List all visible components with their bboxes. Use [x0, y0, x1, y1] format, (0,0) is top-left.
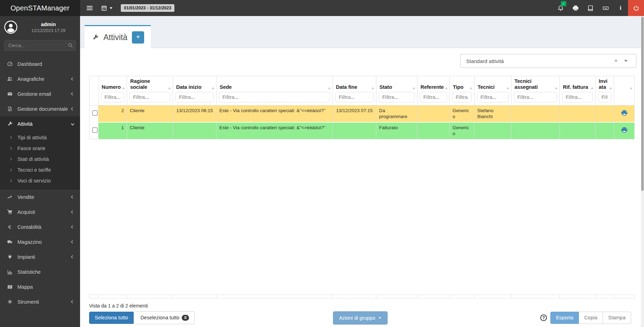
table-row[interactable]: 1 Cliente Este - Via controllo caratteri… — [89, 122, 635, 139]
sidebar-item-label: Attività — [17, 121, 33, 127]
column-label: Data inizio — [176, 84, 211, 90]
help-icon[interactable]: ? — [540, 314, 547, 321]
sidebar-item-label: Vendite — [17, 194, 34, 200]
group-actions-button[interactable]: Azioni di gruppo — [333, 311, 387, 325]
filter-input-numero[interactable] — [101, 92, 124, 102]
keyboard-icon — [602, 5, 609, 11]
sidebar-item-vendite[interactable]: Vendite — [0, 189, 80, 204]
sidebar-item-voci-di-servizio[interactable]: Voci di servizio — [0, 175, 80, 186]
filter-input-data-fine[interactable] — [335, 92, 374, 102]
column-header-tecnici-assegnati[interactable]: Tecnici assegnati — [511, 76, 560, 106]
sidebar-item-acquisti[interactable]: Acquisti — [0, 204, 80, 219]
column-header-tipo[interactable]: Tipo — [450, 76, 474, 106]
column-header-referente[interactable]: Referente — [417, 76, 450, 106]
date-range-picker-button[interactable] — [101, 5, 112, 11]
column-header-inviata[interactable]: Inviata — [596, 76, 614, 106]
sidebar-item-gestione-documentale[interactable]: Gestione documentale — [0, 101, 80, 116]
caret-down-icon — [378, 317, 381, 319]
chevron-left-icon — [71, 195, 74, 199]
filter-input-data-inizio[interactable] — [175, 92, 214, 102]
cell-tecnici-assegnati — [511, 106, 560, 123]
tab-attivita[interactable]: Attività + — [85, 25, 151, 48]
sidebar-subitem-label: Stati di attività — [17, 156, 49, 162]
search-icon[interactable] — [68, 42, 73, 48]
app-logo[interactable]: OpenSTAManager — [0, 0, 80, 16]
column-header-data-inizio[interactable]: Data inizio — [173, 76, 217, 106]
sidebar-item-fasce-orarie[interactable]: Fasce orarie — [0, 143, 80, 154]
cell-data-fine — [333, 122, 376, 139]
euro-icon: € — [6, 224, 13, 230]
info-button[interactable]: i — [613, 0, 628, 16]
scrollbar-thumb[interactable] — [641, 17, 644, 191]
sidebar-item-impianti[interactable]: Impianti — [0, 249, 80, 264]
filter-input-rif-fattura[interactable] — [562, 92, 593, 102]
filter-input-sede[interactable] — [219, 92, 330, 102]
sidebar-item-tipi-di-attivita[interactable]: Tipi di attività — [0, 132, 80, 143]
logout-button[interactable] — [628, 0, 644, 16]
sidebar-item-magazzino[interactable]: Magazzino — [0, 234, 80, 249]
print-table-button[interactable]: Stampa — [603, 312, 631, 324]
filter-input-stato[interactable] — [379, 92, 415, 102]
column-header-tecnici[interactable]: Tecnici — [474, 76, 511, 106]
column-header-sede[interactable]: Sede — [217, 76, 333, 106]
filter-input-tipo[interactable] — [452, 92, 472, 102]
date-range-badge[interactable]: 01/01/2023 - 31/12/2023 — [121, 4, 174, 12]
row-checkbox[interactable] — [92, 110, 97, 116]
column-label: Ragione sociale — [130, 78, 167, 90]
cell-checkbox — [89, 106, 99, 123]
table-row[interactable]: 2 Cliente 13/12/2023 06:15 Este - Via co… — [89, 106, 635, 123]
sidebar-search-input[interactable] — [4, 40, 76, 51]
module-template-select[interactable]: Standard attività × — [460, 54, 636, 68]
select-all-button[interactable]: Seleziona tutto — [89, 312, 134, 324]
add-record-button[interactable]: + — [132, 31, 144, 44]
sort-icon — [555, 87, 558, 89]
sidebar-item-tecnici-e-tariffe[interactable]: Tecnici e tariffe — [0, 164, 80, 175]
filter-input-tecnici-assegnati[interactable] — [514, 92, 557, 102]
export-button[interactable]: Esporta — [550, 312, 579, 324]
deselect-all-button[interactable]: Deseleziona tutto 0 — [135, 311, 194, 325]
sidebar-item-anagrafiche[interactable]: Anagrafiche — [0, 71, 80, 86]
sidebar-item-label: Anagrafiche — [17, 76, 44, 82]
sidebar-item-statistiche[interactable]: Statistiche — [0, 264, 80, 279]
column-header-data-fine[interactable]: Data fine — [333, 76, 376, 106]
table-header-row: Numero Ragione sociale Data inizio Sede — [89, 76, 635, 106]
shortcuts-button[interactable] — [598, 0, 613, 16]
sidebar-item-label: Acquisti — [17, 209, 35, 215]
row-checkbox[interactable] — [92, 127, 97, 133]
book-icon — [587, 5, 594, 11]
filter-input-referente[interactable] — [420, 92, 447, 102]
copy-button[interactable]: Copia — [579, 312, 603, 324]
clear-selection-icon[interactable]: × — [614, 58, 618, 64]
column-header-ragione-sociale[interactable]: Ragione sociale — [127, 76, 173, 106]
cell-tecnici-assegnati — [511, 122, 560, 139]
print-button[interactable] — [568, 0, 583, 16]
print-row-icon[interactable] — [621, 112, 628, 117]
notifications-button[interactable]: ✓ — [553, 0, 568, 16]
sidebar-item-mappa[interactable]: Mappa — [0, 279, 80, 294]
sidebar-toggle-button[interactable] — [87, 5, 93, 11]
select-caret-icon — [624, 60, 628, 62]
filter-input-tecnici[interactable] — [477, 92, 509, 102]
cell-data-inizio — [173, 122, 217, 139]
sidebar-item-strumenti[interactable]: Strumenti — [0, 294, 80, 309]
info-icon: i — [620, 5, 621, 11]
column-header-print[interactable] — [614, 76, 635, 106]
sidebar-item-label: Strumenti — [17, 299, 39, 305]
filter-input-inviata[interactable] — [598, 92, 611, 102]
printer-icon — [572, 5, 579, 11]
print-row-icon[interactable] — [621, 129, 628, 134]
cell-stato: Da programmare — [376, 106, 417, 123]
sidebar-item-gestione-email[interactable]: Gestione email — [0, 86, 80, 101]
sidebar-item-stati-di-attivita[interactable]: Stati di attività — [0, 154, 80, 164]
column-header-numero[interactable]: Numero — [99, 76, 127, 106]
sidebar-item-attivita[interactable]: Attività — [0, 116, 80, 131]
sidebar-item-label: Gestione documentale — [17, 106, 68, 112]
column-header-rif-fattura[interactable]: Rif. fattura — [560, 76, 596, 106]
sidebar-item-dashboard[interactable]: Dashboard — [0, 56, 80, 71]
sidebar-item-label: Contabilità — [17, 224, 41, 230]
filter-input-ragione-sociale[interactable] — [129, 92, 170, 102]
manual-button[interactable] — [583, 0, 598, 16]
vertical-scrollbar[interactable] — [641, 16, 644, 327]
sidebar-item-contabilita[interactable]: € Contabilità — [0, 219, 80, 234]
column-header-stato[interactable]: Stato — [376, 76, 417, 106]
